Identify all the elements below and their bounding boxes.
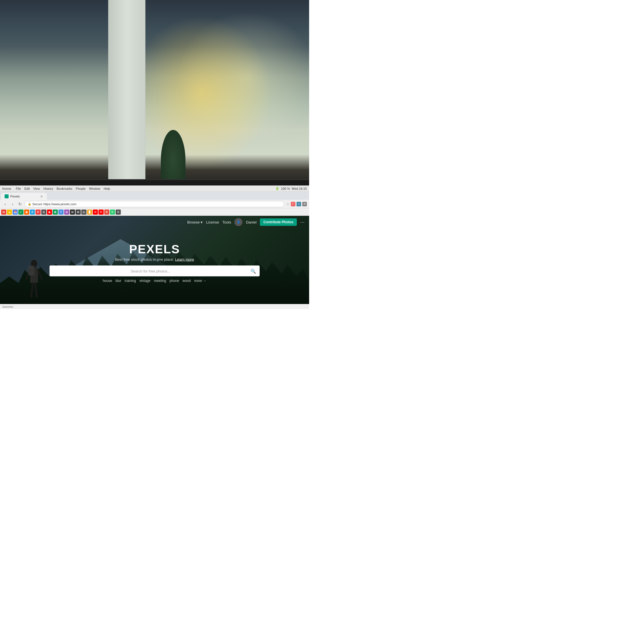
- extensions-bar: M ▲ 📅 ✓ ◉ ✈ P N ▶ ⊞ T M M M m ▊ Ai Ps R …: [0, 208, 309, 216]
- address-icons: ☆ P G ⚙: [286, 202, 307, 206]
- ext-pdf[interactable]: P: [35, 210, 41, 215]
- pexels-navbar: Browse ▾ License Tools 👤 Daniel Contribu…: [0, 216, 309, 228]
- bookmark-star-icon[interactable]: ☆: [286, 202, 290, 206]
- reload-button[interactable]: ↻: [17, 201, 23, 207]
- svg-line-5: [35, 283, 37, 297]
- secure-icon: 🔒: [28, 202, 31, 206]
- ext-tool2[interactable]: M: [64, 210, 69, 215]
- search-input[interactable]: Search for free photos...: [53, 269, 248, 273]
- suggestion-vintage[interactable]: vintage: [139, 279, 151, 283]
- ext-refresh[interactable]: ↻: [110, 210, 115, 215]
- tab-title: Pexels: [10, 195, 20, 198]
- ext-x[interactable]: ✕: [116, 210, 121, 215]
- suggestion-meeting[interactable]: meeting: [154, 279, 166, 283]
- learn-more-link[interactable]: Learn more: [175, 257, 194, 262]
- menu-bookmarks[interactable]: Bookmarks: [57, 187, 72, 190]
- pexels-nav-right: Browse ▾ License Tools 👤 Daniel Contribu…: [187, 218, 305, 226]
- suggestions-more[interactable]: more →: [194, 279, 206, 283]
- menu-edit[interactable]: Edit: [24, 187, 30, 190]
- contribute-photos-button[interactable]: Contribute Photos: [260, 218, 297, 226]
- suggestion-training[interactable]: training: [125, 279, 136, 283]
- ext-medium[interactable]: M: [70, 210, 75, 215]
- status-text: Searches: [2, 305, 13, 308]
- mac-menubar: hrome File Edit View History Bookmarks P…: [0, 185, 309, 192]
- tab-favicon: [5, 194, 9, 198]
- user-avatar[interactable]: 👤: [234, 218, 242, 226]
- menu-window[interactable]: Window: [89, 187, 100, 190]
- pexels-website: Browse ▾ License Tools 👤 Daniel Contribu…: [0, 216, 309, 309]
- browser-tab-pexels[interactable]: Pexels ✕: [1, 193, 47, 200]
- ext-task[interactable]: ✓: [18, 210, 23, 215]
- license-nav-link[interactable]: License: [206, 220, 219, 224]
- pexels-search-bar[interactable]: Search for free photos... 🔍: [50, 266, 260, 276]
- forward-button[interactable]: ›: [10, 201, 15, 207]
- clock: Wed 16:15: [292, 187, 307, 190]
- pexels-logo: PEXELS: [31, 242, 278, 256]
- ext-telegram[interactable]: ✈: [30, 210, 35, 215]
- menu-history[interactable]: History: [44, 187, 53, 190]
- secure-label: Secure: [32, 202, 42, 206]
- office-pillar: [108, 0, 145, 192]
- suggestion-phone[interactable]: phone: [169, 279, 179, 283]
- browser-status-bar: Searches: [0, 304, 309, 309]
- pexels-hero-content: PEXELS Best free stock photos in one pla…: [31, 242, 278, 283]
- tab-close-button[interactable]: ✕: [39, 194, 44, 198]
- menu-people[interactable]: People: [76, 187, 86, 190]
- ext-tool1[interactable]: T: [58, 210, 64, 215]
- extension-icon-1[interactable]: P: [291, 202, 295, 206]
- search-icon[interactable]: 🔍: [250, 268, 256, 274]
- ext-gdrive[interactable]: ▲: [7, 210, 12, 215]
- browser-tabs-bar: Pexels ✕: [0, 192, 309, 200]
- system-tray: 🔋 100 % Wed 16:15: [275, 187, 307, 190]
- ext-calendar[interactable]: 📅: [13, 210, 18, 215]
- app-name: hrome: [2, 187, 11, 190]
- menu-help[interactable]: Help: [104, 187, 110, 190]
- ext-youtube[interactable]: ▶: [47, 210, 52, 215]
- menu-items: File Edit View History Bookmarks People …: [16, 187, 110, 190]
- menu-file[interactable]: File: [16, 187, 21, 190]
- ext-adobe2[interactable]: Ps: [98, 210, 104, 215]
- extension-icon-2[interactable]: G: [297, 202, 301, 206]
- battery-icon: 🔋: [275, 187, 279, 190]
- ext-medium3[interactable]: m: [81, 210, 86, 215]
- ext-medium2[interactable]: M: [76, 210, 81, 215]
- ext-gmail[interactable]: M: [1, 210, 6, 215]
- search-suggestions: house blur training vintage meeting phon…: [31, 279, 278, 283]
- suggestion-wood[interactable]: wood: [183, 279, 191, 283]
- suggestion-blur[interactable]: blur: [116, 279, 121, 283]
- extension-icon-3[interactable]: ⚙: [302, 202, 307, 206]
- nav-more-button[interactable]: ···: [300, 219, 305, 225]
- pexels-tagline: Best free stock photos in one place. Lea…: [31, 257, 278, 262]
- ext-circle[interactable]: ◉: [24, 210, 29, 215]
- address-bar-row: ‹ › ↻ 🔒 Secure https://www.pexels.com ☆ …: [0, 200, 309, 208]
- menu-view[interactable]: View: [33, 187, 40, 190]
- browse-nav-link[interactable]: Browse ▾: [187, 220, 203, 224]
- battery-percentage: 100 %: [281, 187, 290, 190]
- browser-window: hrome File Edit View History Bookmarks P…: [0, 185, 309, 309]
- ext-sheets[interactable]: ⊞: [53, 210, 58, 215]
- url-text: https://www.pexels.com: [44, 202, 76, 206]
- user-name-label: Daniel: [246, 220, 256, 224]
- svg-line-4: [31, 283, 33, 297]
- ext-notes[interactable]: N: [41, 210, 46, 215]
- tools-nav-link[interactable]: Tools: [222, 220, 231, 224]
- suggestion-house[interactable]: house: [103, 279, 112, 283]
- back-button[interactable]: ‹: [2, 201, 8, 207]
- address-field[interactable]: 🔒 Secure https://www.pexels.com: [25, 201, 284, 207]
- ext-bar-chart[interactable]: ▊: [87, 210, 92, 215]
- ext-adobe[interactable]: Ai: [93, 210, 98, 215]
- ext-reeder[interactable]: R: [104, 210, 109, 215]
